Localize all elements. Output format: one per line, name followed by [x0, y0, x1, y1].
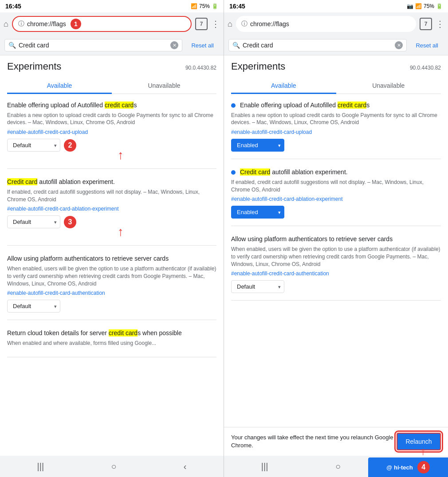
nav-bar-left: ||| ○ ‹: [0, 456, 224, 477]
flag-link-3-right[interactable]: #enable-autofill-credit-card-authenticat…: [231, 270, 441, 277]
flag-item-4-left: Return cloud token details for server cr…: [7, 329, 216, 357]
flag-desc-2-right: If enabled, credit card autofill suggest…: [231, 179, 441, 194]
signal-icon: 📶: [191, 3, 197, 9]
flag-desc-1-right: Enables a new option to upload credit ca…: [231, 112, 441, 127]
nav-menu-right[interactable]: |||: [261, 461, 268, 472]
menu-dots-left[interactable]: ⋮: [211, 19, 220, 29]
menu-dots-right[interactable]: ⋮: [436, 19, 444, 29]
nav-back-left[interactable]: ‹: [184, 461, 187, 472]
nav-bar-right: ||| ○ ‹ @ hi-tech 4 ↑: [224, 456, 448, 477]
flag-desc-4-left: When enabled and where available, forms …: [7, 340, 216, 347]
search-clear-right[interactable]: ✕: [395, 41, 403, 49]
status-bar-right: 16:45 📷 📶 75% 🔋: [224, 0, 448, 12]
right-screen: 16:45 📷 📶 75% 🔋 ⌂ ⓘ chrome://flags 7 ⋮ 🔍…: [224, 0, 448, 477]
tab-count-right[interactable]: 7: [420, 18, 432, 30]
flag-item-2-left: Credit card autofill ablation experiment…: [7, 178, 216, 246]
info-icon-left: ⓘ: [18, 20, 24, 28]
flag-link-1-left[interactable]: #enable-autofill-credit-card-upload: [7, 129, 216, 135]
flag-select-3-left[interactable]: Default Enabled Disabled: [7, 300, 60, 313]
flag-select-2-right[interactable]: Enabled Default Disabled: [231, 206, 284, 219]
experiments-header-right: Experiments 90.0.4430.82: [231, 61, 441, 72]
flag-item-1-right: Enable offering upload of Autofilled cre…: [231, 101, 441, 159]
flag-select-3-right[interactable]: Default Enabled Disabled: [231, 280, 284, 293]
hitech-text: hi-tech: [394, 464, 413, 471]
home-icon-right[interactable]: ⌂: [228, 20, 232, 29]
nav-menu-left[interactable]: |||: [37, 461, 44, 472]
version-left: 90.0.4430.82: [185, 65, 216, 71]
battery-icon: 🔋: [212, 3, 218, 9]
hitech-at: @: [386, 464, 392, 471]
flag-title-2-left: Credit card autofill ablation experiment…: [7, 178, 216, 187]
address-bar-right[interactable]: ⓘ chrome://flags: [236, 16, 416, 32]
hitech-watermark: @ hi-tech 4: [368, 457, 448, 477]
left-screen: 16:45 📶 75% 🔋 ⌂ ⓘ chrome://flags 1 7 ⋮ 🔍…: [0, 0, 224, 477]
badge-1: 1: [71, 19, 81, 29]
flag-select-wrap-3-left: Default Enabled Disabled ▾: [7, 300, 60, 313]
content-left: Experiments 90.0.4430.82 Available Unava…: [0, 55, 224, 456]
flag-title-1-left: Enable offering upload of Autofilled cre…: [7, 101, 216, 110]
flag-item-2-right: Credit card autofill ablation experiment…: [231, 168, 441, 226]
reset-btn-left[interactable]: Reset all: [186, 39, 219, 51]
experiments-title-left: Experiments: [7, 61, 61, 72]
browser-bar-left: ⌂ ⓘ chrome://flags 1 7 ⋮: [0, 12, 224, 35]
experiments-header-left: Experiments 90.0.4430.82: [7, 61, 216, 72]
search-bar-right: 🔍 Credit card ✕ Reset all: [224, 35, 448, 55]
num-badge-2: 2: [64, 139, 76, 152]
flag-item-3-right: Allow using platform authenticators to r…: [231, 235, 441, 301]
nav-home-left[interactable]: ○: [111, 461, 116, 472]
relaunch-button[interactable]: Relaunch: [397, 433, 441, 450]
flag-link-1-right[interactable]: #enable-autofill-credit-card-upload: [231, 129, 441, 135]
time-right: 16:45: [229, 3, 245, 10]
flag-link-2-left[interactable]: #enable-autofill-credit-card-ablation-ex…: [7, 206, 216, 212]
tab-available-left[interactable]: Available: [7, 78, 112, 94]
status-bar-left: 16:45 📶 75% 🔋: [0, 0, 224, 12]
search-value-right: Credit card: [243, 42, 392, 49]
time-left: 16:45: [5, 3, 21, 10]
flag-title-4-left: Return cloud token details for server cr…: [7, 329, 216, 338]
status-icons-left: 📶 75% 🔋: [191, 3, 218, 9]
flag-select-wrap-1-right: Enabled Default Disabled ▾: [231, 139, 284, 152]
notification-text: Your changes will take effect the next t…: [231, 434, 397, 450]
flag-desc-2-left: If enabled, credit card autofill suggest…: [7, 188, 216, 203]
home-icon-left[interactable]: ⌂: [4, 20, 8, 29]
tab-count-left[interactable]: 7: [195, 18, 208, 30]
flag-desc-1-left: Enables a new option to upload credit ca…: [7, 112, 216, 127]
signal-icon-right: 📶: [415, 3, 422, 9]
battery-text-left: 75%: [199, 3, 210, 9]
flag-select-wrap-3-right: Default Enabled Disabled ▾: [231, 280, 284, 293]
search-value-left: Credit card: [19, 42, 168, 49]
flag-item-3-left: Allow using platform authenticators to r…: [7, 254, 216, 320]
tabs-left: Available Unavailable: [7, 78, 216, 94]
address-bar-left[interactable]: ⓘ chrome://flags 1: [12, 16, 192, 32]
flag-link-2-right[interactable]: #enable-autofill-credit-card-ablation-ex…: [231, 196, 441, 202]
flag-title-2-right: Credit card autofill ablation experiment…: [231, 168, 441, 177]
flag-select-wrap-1-left: Default Enabled Disabled ▾: [7, 139, 60, 152]
flag-select-wrap-2-left: Default Enabled Disabled ▾: [7, 215, 60, 228]
flag-select-1-right[interactable]: Enabled Default Disabled: [231, 139, 284, 152]
flag-select-1-left[interactable]: Default Enabled Disabled: [7, 139, 60, 152]
num-badge-3: 3: [64, 216, 76, 228]
camera-icon: 📷: [407, 3, 413, 9]
battery-text-right: 75%: [424, 3, 434, 9]
tabs-right: Available Unavailable: [231, 78, 441, 94]
search-icon-right: 🔍: [232, 42, 240, 49]
tab-unavailable-right[interactable]: Unavailable: [336, 78, 441, 94]
tab-available-right[interactable]: Available: [231, 78, 336, 94]
experiments-title-right: Experiments: [231, 61, 285, 72]
nav-home-right[interactable]: ○: [335, 461, 341, 472]
flag-item-1-left: Enable offering upload of Autofilled cre…: [7, 101, 216, 169]
url-text-right: chrome://flags: [250, 20, 289, 27]
search-clear-left[interactable]: ✕: [170, 41, 178, 49]
tab-unavailable-left[interactable]: Unavailable: [112, 78, 216, 94]
bottom-notification: Your changes will take effect the next t…: [224, 427, 448, 456]
search-input-wrap-right[interactable]: 🔍 Credit card ✕: [228, 39, 407, 51]
flag-select-2-left[interactable]: Default Enabled Disabled: [7, 215, 60, 228]
status-icons-right: 📷 📶 75% 🔋: [407, 3, 443, 9]
num-badge-4: 4: [417, 461, 430, 473]
search-input-wrap-left[interactable]: 🔍 Credit card ✕: [4, 39, 182, 51]
version-right: 90.0.4430.82: [410, 65, 441, 71]
reset-btn-right[interactable]: Reset all: [410, 39, 444, 51]
flag-link-3-left[interactable]: #enable-autofill-credit-card-authenticat…: [7, 290, 216, 296]
flag-desc-3-left: When enabled, users will be given the op…: [7, 265, 216, 287]
search-bar-left: 🔍 Credit card ✕ Reset all: [0, 35, 224, 55]
